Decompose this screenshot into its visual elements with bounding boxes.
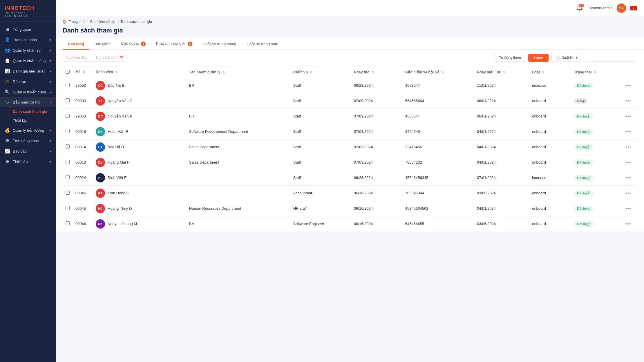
action-menu-button[interactable]: •••	[625, 221, 634, 227]
row-checkbox-cell	[63, 170, 73, 185]
cell-ten-nhom: Software Development Department	[186, 124, 290, 139]
row-checkbox[interactable]	[66, 129, 70, 133]
sidebar-item-quan-ly-nhan-su[interactable]: 👥 Quản lý nhân sự ▾	[0, 45, 56, 55]
sort-icon[interactable]: ⇅	[115, 70, 117, 74]
tab-chot-so-trong-thang[interactable]: Chốt số trong tháng	[198, 38, 242, 50]
avatar: UK	[96, 219, 105, 229]
sort-icon[interactable]: ⇅	[222, 71, 225, 74]
graduation-icon: 🎓	[5, 79, 10, 84]
sidebar-item-danh-gia-hieu-suat[interactable]: 📊 Đánh giá hiệu suất ▾	[0, 66, 56, 76]
notification-button[interactable]: 61	[575, 3, 585, 13]
action-menu-button[interactable]: •••	[625, 175, 634, 180]
avatar[interactable]: SA	[617, 3, 626, 13]
cell-trang-thai: Đã duyệt	[571, 78, 623, 93]
breadcrumb-home[interactable]: Trang chủ	[69, 20, 85, 24]
cell-nhan-vien: HL Đinh Việt E	[93, 170, 186, 185]
date-end-placeholder: Ngày kết thúc	[96, 56, 117, 60]
tab-phat-sinh-trong-ki[interactable]: Phát sinh trong kì 3	[151, 38, 198, 50]
row-checkbox[interactable]	[66, 221, 70, 225]
row-checkbox[interactable]	[66, 191, 70, 195]
action-menu-button[interactable]: •••	[625, 83, 634, 88]
calendar-icon: 📅	[119, 56, 124, 60]
content-area: 🏠 Trang chủ > Bảo hiểm xã hội > Danh sác…	[56, 16, 644, 362]
cell-ngay-tao: 07/09/2024	[351, 108, 402, 124]
sort-icon[interactable]: ⇅	[310, 71, 312, 74]
cell-loai: onboard	[529, 185, 571, 201]
breadcrumb-level1[interactable]: Bảo hiểm xã hội	[90, 20, 115, 24]
row-checkbox[interactable]	[66, 144, 70, 149]
shield-icon: 🛡	[5, 100, 10, 105]
action-menu-button[interactable]: •••	[625, 98, 634, 104]
cell-ma: 00044	[73, 216, 93, 231]
cell-chuc-vu: Staff	[290, 155, 351, 170]
sidebar-item-tong-quan[interactable]: ⊞ Tổng quan	[0, 24, 56, 35]
action-menu-button[interactable]: •••	[625, 191, 634, 196]
row-checkbox[interactable]	[66, 175, 70, 179]
sort-icon[interactable]: ⇅	[503, 71, 505, 74]
action-menu-button[interactable]: •••	[625, 114, 634, 119]
cell-loai: increase	[529, 170, 571, 185]
cell-ngay-hieu-luc: 04/01/2024	[474, 139, 529, 155]
sidebar-item-bao-cao[interactable]: 📈 Báo cáo ▾	[0, 146, 56, 156]
header-action	[623, 66, 637, 78]
grid-icon: ⊞	[5, 27, 10, 32]
employee-name: Đào Thị B	[108, 83, 125, 88]
avatar: KA	[96, 189, 105, 198]
sidebar-nav: ⊞ Tổng quan 👤 Trang cá nhân ▾ 👥 Quản lý …	[0, 22, 56, 362]
action-menu-button[interactable]: •••	[625, 206, 634, 211]
sidebar-sub-item-danh-sach-tham-gia[interactable]: Danh sách tham gia	[0, 107, 56, 116]
table-row: 00044 UK Nguyen Huong M BA Software Engi…	[63, 216, 637, 231]
row-checkbox[interactable]	[66, 98, 70, 102]
cell-ma: 00013	[73, 155, 93, 170]
cell-so-bhxh: 4568547	[402, 108, 474, 124]
tab-bao-tang[interactable]: Báo tăng	[63, 38, 89, 50]
action-menu-button[interactable]: •••	[625, 144, 634, 150]
sidebar-item-tinh-nang-khac[interactable]: ⚙ Tính năng khác ▾	[0, 135, 56, 146]
export-button[interactable]: 📄 Xuất file ▾	[551, 54, 582, 62]
cell-trang-thai: Đã duyệt	[571, 155, 623, 170]
sort-icon[interactable]: ⇅	[594, 71, 596, 74]
sort-icon[interactable]: ⇅	[372, 71, 374, 74]
data-table: Mã ⇅ Nhân viên ⇅ Tên nhóm quản lý ⇅ Ch	[63, 66, 637, 231]
sidebar-item-thiet-lap[interactable]: ⚙ Thiết lập ▾	[0, 156, 56, 167]
cell-ngay-hieu-luc: 07/01/2024	[474, 170, 529, 185]
row-checkbox-cell	[63, 185, 73, 201]
cell-ten-nhom: BR	[186, 78, 290, 93]
search-input[interactable]	[585, 54, 637, 62]
cell-ngay-tao: 06/16/2024	[351, 201, 402, 216]
tab-cho-duyet[interactable]: Chờ duyệt 1	[116, 38, 151, 50]
action-menu-button[interactable]: •••	[625, 129, 634, 134]
cell-ma: 00014	[73, 139, 93, 155]
cell-so-bhxh: 3454645	[402, 124, 474, 139]
sort-icon[interactable]: ⇅	[542, 71, 544, 74]
cell-ma: 00046	[73, 185, 93, 201]
row-checkbox[interactable]	[66, 114, 70, 118]
sidebar-item-dao-tao[interactable]: 🎓 Đào tạo ▾	[0, 76, 56, 87]
sidebar-item-quan-ly-cham-cong[interactable]: 📋 Quản lý chấm công ▾	[0, 55, 56, 66]
sidebar-item-bao-hiem-xa-hoi[interactable]: 🛡 Bảo hiểm xã hội ▴	[0, 97, 56, 107]
row-checkbox[interactable]	[66, 83, 70, 87]
tab-bao-giam[interactable]: Báo giảm	[89, 38, 116, 50]
sidebar-item-label: Quản lý tuyển dụng	[13, 90, 47, 94]
sidebar-item-quan-ly-tuyen-dung[interactable]: 🔍 Quản lý tuyển dụng ▾	[0, 87, 56, 97]
select-all-checkbox[interactable]	[66, 70, 70, 74]
sidebar-item-quan-ly-tien-luong[interactable]: 💰 Quản lý tiền lương ▾	[0, 125, 56, 135]
employee-name: Nguyễn Văn A	[108, 114, 132, 118]
action-menu-button[interactable]: •••	[625, 160, 634, 165]
sort-icon[interactable]: ⇅	[442, 71, 444, 74]
cell-ma: 00016	[73, 124, 93, 139]
add-button[interactable]: Thêm	[528, 54, 549, 62]
language-flag[interactable]	[630, 6, 637, 10]
sidebar-item-trang-ca-nhan[interactable]: 👤 Trang cá nhân ▾	[0, 35, 56, 45]
cell-ma: 00030	[73, 93, 93, 108]
tab-chot-so-trong-nam[interactable]: Chốt số trong năm	[241, 38, 283, 50]
row-checkbox[interactable]	[66, 206, 70, 210]
table-row: 00024 HL Đinh Việt E Staff 06/26/2024 45…	[63, 170, 637, 185]
row-checkbox[interactable]	[66, 160, 70, 164]
cell-so-bhxh: 645456455	[402, 216, 474, 231]
date-range-picker[interactable]: Ngày bắt đầu → Ngày kết thúc 📅	[63, 54, 127, 61]
auto-add-button[interactable]: Tự động thêm	[495, 54, 525, 62]
sort-icon[interactable]: ⇅	[83, 70, 85, 74]
sidebar-sub-item-thiet-lap-bhxh[interactable]: Thiết lập	[0, 116, 56, 125]
row-checkbox-cell	[63, 124, 73, 139]
